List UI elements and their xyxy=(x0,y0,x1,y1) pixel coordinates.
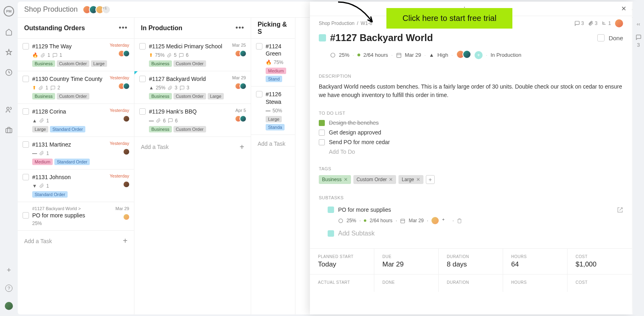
card-avatars[interactable] xyxy=(123,213,130,221)
card-avatars[interactable] xyxy=(123,148,130,155)
stat-cell[interactable]: DURATION xyxy=(439,275,503,292)
panel-close-icon[interactable]: ✕ xyxy=(621,5,626,12)
card-checkbox[interactable] xyxy=(139,76,146,82)
add-tag-button[interactable]: + xyxy=(426,175,435,184)
add-icon[interactable]: + xyxy=(7,266,11,275)
card-checkbox[interactable] xyxy=(139,43,146,50)
detail-tag[interactable]: Large✕ xyxy=(398,175,423,184)
card-avatars[interactable] xyxy=(118,50,130,57)
tag[interactable]: Medium xyxy=(266,68,286,74)
card-checkbox[interactable] xyxy=(23,212,29,219)
comments-count[interactable]: 3 xyxy=(574,21,584,26)
cta-banner[interactable]: Click here to start free trial xyxy=(386,8,512,29)
tag[interactable]: Custom Order xyxy=(173,93,206,99)
collapse-icon[interactable]: ‹‹ xyxy=(637,21,640,27)
task-card[interactable]: #1126 Stewa—50%LargeStanda xyxy=(251,87,295,134)
task-card[interactable]: #1124 Green🔥75%MediumStand xyxy=(251,39,295,87)
card-avatars[interactable] xyxy=(235,83,247,90)
detail-tag[interactable]: Custom Order✕ xyxy=(353,175,396,184)
stat-cell[interactable]: PLANNED STARTToday xyxy=(310,249,374,274)
due-date[interactable]: Mar 29 xyxy=(405,52,421,58)
attach-count[interactable]: 3 xyxy=(588,21,598,26)
briefcase-icon[interactable] xyxy=(4,126,13,134)
tag[interactable]: Custom Order xyxy=(173,60,206,67)
subtask-add-assignee-icon[interactable]: + xyxy=(442,217,449,224)
hours[interactable]: 2/64 hours xyxy=(363,52,388,58)
tag[interactable]: Stand xyxy=(266,76,282,82)
open-subtask-icon[interactable] xyxy=(617,207,623,213)
tag[interactable]: Business xyxy=(32,93,55,99)
tag[interactable]: Business xyxy=(149,60,172,67)
tag[interactable]: Medium xyxy=(32,159,53,165)
tag[interactable]: Standard Order xyxy=(32,191,68,198)
task-card[interactable]: #1131 MartinezYesterday—1MediumStandard … xyxy=(18,137,134,169)
stat-cell[interactable]: HOURS xyxy=(503,275,568,292)
todo-item[interactable]: Design the benches xyxy=(319,120,623,126)
card-checkbox[interactable] xyxy=(23,43,29,50)
card-checkbox[interactable] xyxy=(256,43,262,50)
subtask-count[interactable]: 1 xyxy=(601,21,611,26)
remove-tag-icon[interactable]: ✕ xyxy=(416,177,420,182)
task-card[interactable]: #1129 Hank's BBQApr 5—66BusinessCustom O… xyxy=(134,104,251,136)
add-assignee-icon[interactable]: + xyxy=(475,51,483,59)
tag[interactable]: Custom Order xyxy=(57,93,89,99)
tag[interactable]: Business xyxy=(149,93,172,99)
card-checkbox[interactable] xyxy=(23,76,29,82)
stat-cell[interactable]: HOURS64 xyxy=(503,249,568,274)
column-menu-icon[interactable]: ••• xyxy=(235,24,244,32)
card-checkbox[interactable] xyxy=(23,141,29,148)
tag[interactable]: Business xyxy=(149,126,172,132)
stat-cell[interactable]: COST xyxy=(568,275,632,292)
done-checkbox[interactable] xyxy=(597,34,605,41)
stat-cell[interactable]: DURATION8 days xyxy=(439,249,503,274)
task-card[interactable]: #1127 Backyard WorldMar 29▲25%33Business… xyxy=(134,71,251,104)
todo-checkbox[interactable] xyxy=(319,120,325,126)
add-task[interactable]: Add a Task+ xyxy=(18,231,134,251)
rail-comment-icon[interactable] xyxy=(636,34,642,40)
tag[interactable]: Standa xyxy=(266,124,285,130)
card-avatars[interactable] xyxy=(235,50,247,57)
task-card[interactable]: #1130 Country Time CountyYesterday⬆12Bus… xyxy=(18,71,134,104)
task-card[interactable]: #1125 Medici Primary SchoolMar 25⬆75%56B… xyxy=(134,39,251,71)
help-icon[interactable]: ? xyxy=(5,285,12,292)
priority[interactable]: High xyxy=(438,52,448,58)
todo-item[interactable]: Send PO for more cedar xyxy=(319,139,623,145)
card-avatars[interactable] xyxy=(235,115,247,122)
task-card[interactable]: #1131 JohnsonYesterday▼1Standard Order xyxy=(18,169,134,202)
todo-checkbox[interactable] xyxy=(319,139,325,145)
tag[interactable]: Large xyxy=(208,93,224,99)
card-avatars[interactable] xyxy=(123,115,130,122)
recent-icon[interactable] xyxy=(4,68,13,77)
stat-cell[interactable]: DONE xyxy=(374,275,439,292)
stat-cell[interactable]: DUEMar 29 xyxy=(374,249,439,274)
status[interactable]: In Production xyxy=(491,52,522,58)
add-todo[interactable]: Add To Do xyxy=(329,149,623,155)
stat-cell[interactable]: COST$1,000 xyxy=(568,249,632,274)
subtask-row[interactable]: PO for more supplies xyxy=(319,204,623,215)
tag[interactable]: Standard Order xyxy=(50,126,85,132)
card-checkbox[interactable] xyxy=(23,108,29,115)
tag[interactable]: Large xyxy=(32,126,48,132)
add-task[interactable]: Add a Task xyxy=(251,135,295,153)
todo-item[interactable]: Get design approved xyxy=(319,129,623,136)
user-avatar[interactable] xyxy=(5,302,13,310)
todo-checkbox[interactable] xyxy=(319,130,325,136)
add-task-icon[interactable]: + xyxy=(239,143,244,152)
team-icon[interactable] xyxy=(4,105,13,114)
delete-icon[interactable] xyxy=(457,218,462,223)
add-task-icon[interactable]: + xyxy=(123,236,128,246)
card-checkbox[interactable] xyxy=(139,108,146,115)
project-avatars[interactable]: +1 xyxy=(83,5,111,14)
add-task[interactable]: Add a Task+ xyxy=(134,137,251,157)
home-icon[interactable] xyxy=(4,28,13,37)
logo[interactable]: PM xyxy=(4,6,14,17)
task-card[interactable]: #1127 Backyard World >PO for more suppli… xyxy=(18,202,134,231)
detail-tag[interactable]: Business✕ xyxy=(319,175,351,184)
tag[interactable]: Custom Order xyxy=(173,126,206,132)
tag[interactable]: Large xyxy=(266,116,282,122)
tag[interactable]: Custom Order xyxy=(57,60,89,67)
card-checkbox[interactable] xyxy=(256,91,262,97)
task-title[interactable]: #1127 Backyard World xyxy=(330,32,593,43)
card-checkbox[interactable] xyxy=(23,174,29,180)
percent[interactable]: 25% xyxy=(339,52,349,58)
